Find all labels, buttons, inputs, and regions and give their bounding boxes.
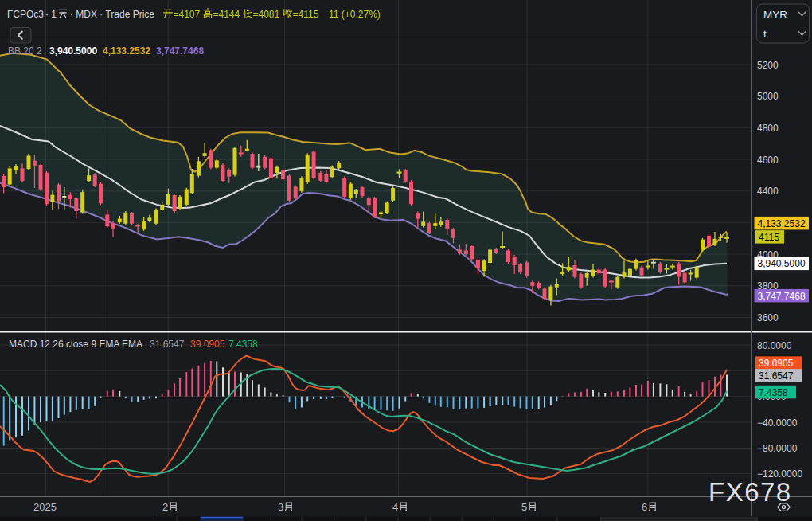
svg-text:3,747.7468: 3,747.7468 [156,45,204,57]
svg-text:3600: 3600 [757,312,779,323]
svg-text:4,133.2532: 4,133.2532 [103,45,150,57]
svg-text:FCPOc3: FCPOc3 [7,9,44,20]
svg-text:4400: 4400 [757,186,779,197]
svg-text:5200: 5200 [757,60,779,71]
svg-text:4800: 4800 [757,123,779,134]
svg-text:5: 5 [521,501,527,513]
svg-text:−40.0000: −40.0000 [757,417,798,429]
svg-text:6: 6 [642,501,647,513]
svg-text:3: 3 [278,501,283,513]
svg-text:=4115: =4115 [293,9,319,20]
svg-text:39.0905: 39.0905 [190,339,225,350]
svg-text:7.4358: 7.4358 [228,339,258,350]
svg-text:31.6547: 31.6547 [759,370,794,382]
svg-text:MACD 12 26 close 9 EMA EMA: MACD 12 26 close 9 EMA EMA [9,339,142,350]
svg-text:31.6547: 31.6547 [150,339,185,350]
svg-text:80.0000: 80.0000 [757,340,792,351]
svg-text:−80.0000: −80.0000 [757,443,798,454]
svg-text:7.4358: 7.4358 [759,387,788,398]
svg-text:3,940.5000: 3,940.5000 [49,45,97,57]
svg-text:=4081: =4081 [253,9,280,20]
svg-text:5000: 5000 [757,91,779,102]
svg-text:FX678: FX678 [709,477,792,507]
svg-text:BB 20 2: BB 20 2 [8,45,42,57]
svg-text:11 (+0.27%): 11 (+0.27%) [329,9,381,20]
svg-text:=4144: =4144 [213,9,240,20]
svg-text:39.0905: 39.0905 [759,358,794,369]
svg-text:· 1: · 1 [45,9,57,20]
svg-text:4115: 4115 [759,232,779,243]
svg-text:2025: 2025 [33,501,57,513]
svg-text:=4107: =4107 [174,9,201,20]
svg-text:MYR: MYR [763,9,787,21]
svg-text:· MDX · Trade Price: · MDX · Trade Price [70,9,154,20]
svg-text:3,747.7468: 3,747.7468 [758,291,806,302]
svg-text:3,940.5000: 3,940.5000 [758,258,806,269]
svg-text:4600: 4600 [757,155,779,166]
svg-text:t: t [763,28,767,40]
svg-text:2: 2 [162,501,168,513]
svg-text:4,133.2532: 4,133.2532 [758,218,806,229]
svg-text:4: 4 [392,501,398,513]
